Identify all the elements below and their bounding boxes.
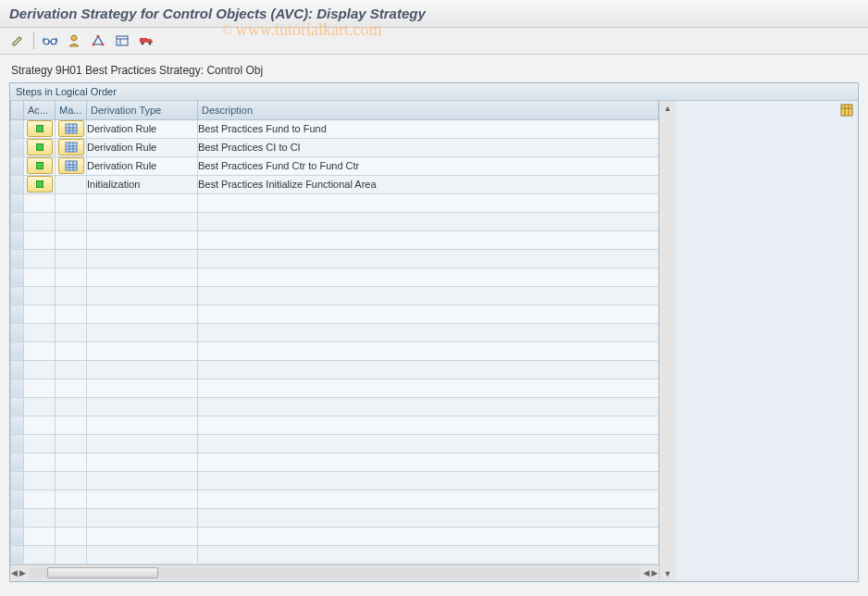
derivation-type-cell xyxy=(87,360,198,379)
row-selector[interactable] xyxy=(11,490,24,508)
derivation-type-cell xyxy=(87,323,198,341)
layout-button[interactable] xyxy=(112,31,132,50)
scroll-left-inner-icon[interactable]: ◀ xyxy=(642,567,651,578)
table-row[interactable]: InitializationBest Practices Initialize … xyxy=(11,175,659,193)
row-selector[interactable] xyxy=(11,453,24,471)
row-selector[interactable] xyxy=(11,434,24,453)
maint-cell xyxy=(56,341,87,360)
table-row[interactable]: Derivation RuleBest Practices Fund to Fu… xyxy=(11,119,659,138)
table-row[interactable] xyxy=(11,416,659,434)
scroll-right-icon[interactable]: ▶ xyxy=(651,567,659,578)
row-selector[interactable] xyxy=(11,341,24,360)
scroll-left-icon[interactable]: ◀ xyxy=(10,567,19,578)
row-selector[interactable] xyxy=(11,193,24,212)
derivation-type-cell xyxy=(87,471,198,490)
active-indicator-button[interactable] xyxy=(27,139,53,155)
row-selector[interactable] xyxy=(11,249,24,267)
maintain-button[interactable] xyxy=(58,120,84,137)
table-row[interactable] xyxy=(11,453,659,471)
active-indicator-button[interactable] xyxy=(27,157,53,174)
table-row[interactable]: Derivation RuleBest Practices Fund Ctr t… xyxy=(11,156,659,175)
pencil-icon xyxy=(11,34,24,47)
col-type[interactable]: Derivation Type xyxy=(87,101,198,119)
table-row[interactable] xyxy=(11,286,659,304)
table-header-row: Ac... Ma... Derivation Type Description xyxy=(11,101,659,119)
row-selector[interactable] xyxy=(11,471,24,490)
table-row[interactable] xyxy=(11,379,659,397)
table-row[interactable] xyxy=(11,508,659,527)
maintain-button[interactable] xyxy=(58,157,84,174)
row-selector[interactable] xyxy=(11,119,24,138)
table-row[interactable] xyxy=(11,341,659,360)
row-selector[interactable] xyxy=(11,175,24,193)
row-selector[interactable] xyxy=(11,508,24,527)
row-handle-header[interactable] xyxy=(11,101,24,119)
table-row[interactable] xyxy=(11,212,659,230)
table-row[interactable] xyxy=(11,267,659,286)
active-cell xyxy=(24,286,56,304)
active-cell xyxy=(24,508,56,527)
maint-cell[interactable] xyxy=(56,119,87,138)
derivation-type-cell xyxy=(87,267,198,286)
row-selector[interactable] xyxy=(11,360,24,379)
row-selector[interactable] xyxy=(11,138,24,156)
col-desc[interactable]: Description xyxy=(198,101,659,119)
table-row[interactable] xyxy=(11,527,659,545)
row-selector[interactable] xyxy=(11,379,24,397)
table-row[interactable] xyxy=(11,545,659,564)
col-maint[interactable]: Ma... xyxy=(56,101,87,119)
svg-point-2 xyxy=(71,35,77,41)
table-row[interactable] xyxy=(11,249,659,267)
col-active[interactable]: Ac... xyxy=(24,101,56,119)
table-row[interactable] xyxy=(11,323,659,341)
active-cell[interactable] xyxy=(24,119,56,138)
row-selector[interactable] xyxy=(11,527,24,545)
table-row[interactable] xyxy=(11,230,659,249)
row-selector[interactable] xyxy=(11,397,24,416)
maint-cell[interactable] xyxy=(56,156,87,175)
hscroll-track[interactable] xyxy=(29,567,640,578)
maintain-button[interactable] xyxy=(58,139,84,155)
active-cell[interactable] xyxy=(24,138,56,156)
active-cell xyxy=(24,434,56,453)
vertical-scrollbar[interactable]: ▲ ▼ xyxy=(659,101,676,581)
table-row[interactable]: Derivation RuleBest Practices CI to CI xyxy=(11,138,659,156)
row-selector[interactable] xyxy=(11,323,24,341)
maint-cell xyxy=(56,286,87,304)
maint-cell[interactable] xyxy=(56,175,87,193)
table-row[interactable] xyxy=(11,490,659,508)
active-indicator-button[interactable] xyxy=(27,176,53,192)
table-row[interactable] xyxy=(11,304,659,323)
active-cell xyxy=(24,397,56,416)
row-selector[interactable] xyxy=(11,545,24,564)
row-selector[interactable] xyxy=(11,304,24,323)
row-selector[interactable] xyxy=(11,212,24,230)
maint-cell[interactable] xyxy=(56,138,87,156)
table-row[interactable] xyxy=(11,434,659,453)
row-selector[interactable] xyxy=(11,156,24,175)
active-cell[interactable] xyxy=(24,156,56,175)
hscroll-thumb[interactable] xyxy=(47,567,158,578)
row-selector[interactable] xyxy=(11,286,24,304)
row-selector[interactable] xyxy=(11,416,24,434)
display-button[interactable] xyxy=(40,31,60,50)
hierarchy-button[interactable] xyxy=(88,31,108,50)
table-row[interactable] xyxy=(11,471,659,490)
active-cell[interactable] xyxy=(24,175,56,193)
table-row[interactable] xyxy=(11,193,659,212)
user-button[interactable] xyxy=(64,31,84,50)
description-cell xyxy=(198,230,659,249)
scroll-up-icon[interactable]: ▲ xyxy=(663,103,673,114)
row-selector[interactable] xyxy=(11,230,24,249)
row-selector[interactable] xyxy=(11,267,24,286)
glasses-icon xyxy=(43,35,57,46)
horizontal-scrollbar[interactable]: ◀ ▶ ◀ ▶ xyxy=(10,565,659,581)
edit-button[interactable] xyxy=(7,31,28,50)
transport-button[interactable] xyxy=(136,31,156,50)
scroll-down-icon[interactable]: ▼ xyxy=(663,568,673,579)
svg-rect-9 xyxy=(140,38,147,43)
table-row[interactable] xyxy=(11,397,659,416)
active-indicator-button[interactable] xyxy=(27,120,53,137)
scroll-right-inner-icon[interactable]: ▶ xyxy=(19,567,27,578)
table-row[interactable] xyxy=(11,360,659,379)
